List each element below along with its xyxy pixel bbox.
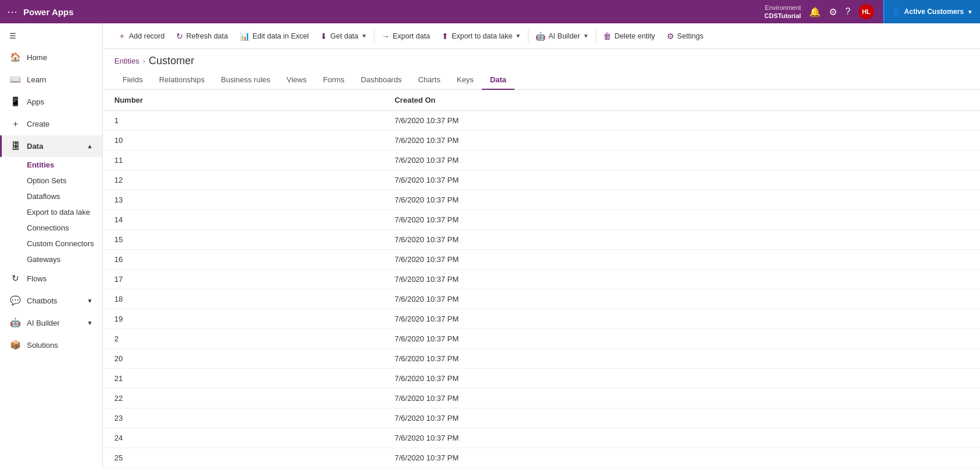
cell-empty [854,131,980,151]
table-row[interactable]: 17/6/2020 10:37 PM [103,111,980,131]
table-row[interactable]: 107/6/2020 10:37 PM [103,131,980,151]
table-row[interactable]: 177/6/2020 10:37 PM [103,270,980,289]
settings-toolbar-icon: ⚙ [667,32,674,41]
breadcrumb-current: Customer [149,55,194,67]
environment-block: Environment CDSTutorial [764,4,801,20]
add-record-button[interactable]: ＋ Add record [112,27,170,45]
cell-number: 18 [103,289,383,309]
sidebar-item-data[interactable]: 🗄 Data ▲ [0,135,102,157]
refresh-data-button[interactable]: ↻ Refresh data [170,28,234,44]
table-row[interactable]: 187/6/2020 10:37 PM [103,289,980,309]
tab-keys[interactable]: Keys [449,71,482,90]
settings-label: Settings [677,32,704,40]
tab-fields[interactable]: Fields [114,71,151,90]
export-data-icon: → [382,32,390,41]
sidebar-subitem-custom-connectors[interactable]: Custom Connectors [0,236,102,252]
hamburger-icon: ☰ [9,32,16,40]
tab-business-rules[interactable]: Business rules [213,71,279,90]
export-lake-label: Export to data lake [452,32,512,40]
top-bar: ⋯ Power Apps Environment CDSTutorial 🔔 ⚙… [0,0,980,23]
tabs-bar: Fields Relationships Business rules View… [103,71,980,90]
table-row[interactable]: 157/6/2020 10:37 PM [103,230,980,250]
sidebar-subitem-option-sets[interactable]: Option Sets [0,173,102,188]
table-row[interactable]: 27/6/2020 10:37 PM [103,329,980,349]
breadcrumb-entities-link[interactable]: Entities [114,57,139,65]
sidebar-label-apps: Apps [27,97,44,106]
edit-in-excel-button[interactable]: 📊 Edit data in Excel [234,28,315,44]
table-row[interactable]: 197/6/2020 10:37 PM [103,309,980,329]
hamburger-menu[interactable]: ☰ [0,26,102,46]
table-row[interactable]: 237/6/2020 10:37 PM [103,408,980,428]
sidebar-item-chatbots[interactable]: 💬 Chatbots ▼ [0,289,102,312]
active-customers-button[interactable]: 👤 Active Customers ▼ [883,0,980,23]
table-row[interactable]: 207/6/2020 10:37 PM [103,349,980,369]
table-row[interactable]: 257/6/2020 10:37 PM [103,448,980,468]
export-to-data-lake-button[interactable]: ⬆ Export to data lake ▼ [436,28,527,44]
toolbar-divider-3 [596,29,596,43]
tab-relationships[interactable]: Relationships [151,71,213,90]
tab-data[interactable]: Data [482,71,514,90]
cell-created-on: 7/6/2020 10:37 PM [383,190,854,210]
sidebar-label-solutions: Solutions [27,341,58,350]
help-icon[interactable]: ? [845,6,850,17]
settings-icon[interactable]: ⚙ [829,6,837,18]
export-lake-arrow-icon: ▼ [515,33,521,39]
table-row[interactable]: 217/6/2020 10:37 PM [103,369,980,389]
toolbar-divider-1 [374,29,374,43]
apps-icon: 📱 [9,96,21,107]
sidebar-subitem-gateways[interactable]: Gateways [0,252,102,267]
table-row[interactable]: 227/6/2020 10:37 PM [103,389,980,408]
tab-views[interactable]: Views [278,71,314,90]
tab-charts[interactable]: Charts [410,71,449,90]
get-data-arrow-icon: ▼ [361,33,367,39]
tab-forms[interactable]: Forms [315,71,353,90]
sidebar-subitem-export-to-data-lake[interactable]: Export to data lake [0,204,102,220]
tab-dashboards[interactable]: Dashboards [353,71,410,90]
delete-entity-button[interactable]: 🗑 Delete entity [597,28,660,44]
cell-empty [854,349,980,369]
sidebar-item-create[interactable]: ＋ Create [0,113,102,135]
cell-empty [854,151,980,170]
cell-number: 11 [103,151,383,170]
sidebar-item-apps[interactable]: 📱 Apps [0,90,102,113]
sidebar-item-ai-builder[interactable]: 🤖 AI Builder ▼ [0,312,102,334]
sidebar-item-solutions[interactable]: 📦 Solutions [0,334,102,356]
table-row[interactable]: 127/6/2020 10:37 PM [103,170,980,190]
learn-icon: 📖 [9,74,21,85]
table-row[interactable]: 147/6/2020 10:37 PM [103,210,980,230]
bell-icon[interactable]: 🔔 [809,6,821,18]
dropdown-arrow-icon: ▼ [967,9,973,15]
settings-button[interactable]: ⚙ Settings [661,28,709,44]
sidebar-label-data: Data [27,142,43,151]
sidebar-item-home[interactable]: 🏠 Home [0,46,102,68]
cell-number: 16 [103,250,383,270]
table-row[interactable]: 137/6/2020 10:37 PM [103,190,980,210]
cell-created-on: 7/6/2020 10:37 PM [383,349,854,369]
delete-entity-label: Delete entity [614,32,654,40]
sidebar-item-learn[interactable]: 📖 Learn [0,68,102,90]
ai-builder-icon: 🤖 [9,317,21,328]
get-data-button[interactable]: ⬇ Get data ▼ [314,28,373,44]
sidebar-label-learn: Learn [27,75,46,84]
solutions-icon: 📦 [9,340,21,350]
filter-icon: 👤 [891,8,901,16]
export-data-button[interactable]: → Export data [376,28,436,44]
export-lake-icon: ⬆ [442,32,449,41]
cell-number: 25 [103,448,383,468]
cell-number: 15 [103,230,383,250]
sidebar-item-flows[interactable]: ↻ Flows [0,267,102,289]
table-row[interactable]: 117/6/2020 10:37 PM [103,151,980,170]
sidebar-subitem-connections[interactable]: Connections [0,220,102,236]
sidebar-subitem-dataflows[interactable]: Dataflows [0,188,102,204]
chatbots-arrow-icon: ▼ [87,298,93,304]
waffle-icon[interactable]: ⋯ [7,5,18,18]
avatar[interactable]: HL [859,4,874,19]
ai-builder-arrow-icon: ▼ [87,320,93,326]
flows-icon: ↻ [9,273,21,284]
table-row[interactable]: 247/6/2020 10:37 PM [103,428,980,448]
sidebar-subitem-entities[interactable]: Entities [0,157,102,173]
table-row[interactable]: 167/6/2020 10:37 PM [103,250,980,270]
cell-empty [854,270,980,289]
ai-builder-button[interactable]: 🤖 AI Builder ▼ [530,28,594,44]
cell-created-on: 7/6/2020 10:37 PM [383,289,854,309]
